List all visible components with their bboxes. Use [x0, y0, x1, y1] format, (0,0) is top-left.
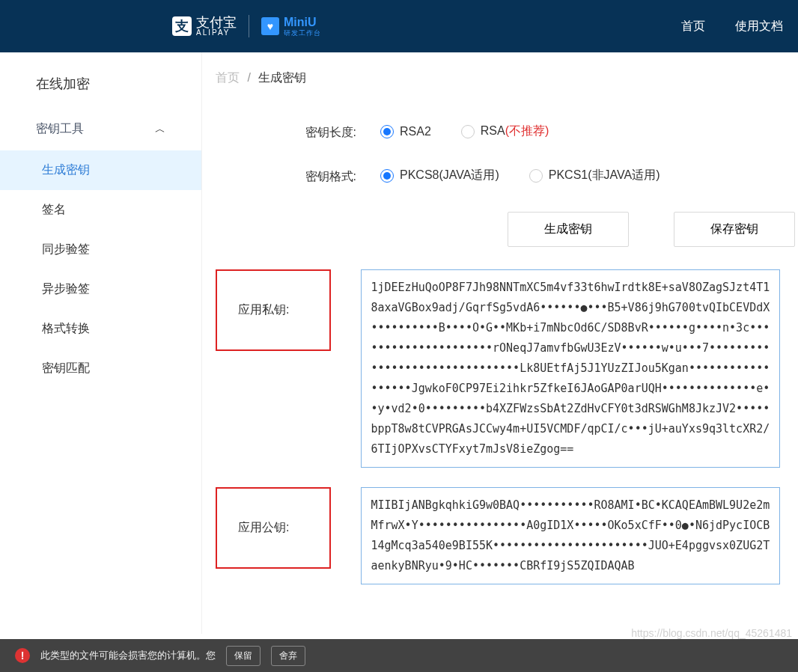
radio-rsa2-label: RSA2: [400, 125, 431, 138]
radio-icon: [461, 125, 475, 138]
breadcrumb-home[interactable]: 首页: [216, 71, 240, 84]
alipay-en: ALIPAY: [196, 29, 237, 37]
public-key-label-box: 应用公钥:: [216, 487, 331, 569]
app-header: 支 支付宝 ALIPAY ♥ MiniU 研发工作台 首页 使用文档: [0, 0, 798, 52]
watermark: https://blog.csdn.net/qq_45261481: [631, 627, 792, 634]
main-content: 首页 / 生成密钥 密钥长度: RSA2 RSA(不推荐) 密钥格式:: [202, 52, 798, 634]
radio-icon: [529, 169, 543, 183]
radio-rsa-label: RSA(不推荐): [481, 123, 549, 139]
private-key-textarea[interactable]: 1jDEEzHuQoOP8F7Jh98NNTmXC5m4vf33t6hwIrdt…: [361, 269, 780, 468]
nav-home[interactable]: 首页: [681, 19, 705, 34]
header-logos: 支 支付宝 ALIPAY ♥ MiniU 研发工作台: [172, 15, 321, 37]
radio-pkcs8-label: PKCS8(JAVA适用): [400, 168, 499, 183]
public-key-label: 应用公钥:: [238, 521, 289, 534]
radio-pkcs8[interactable]: PKCS8(JAVA适用): [380, 168, 499, 183]
radio-icon: [380, 169, 394, 183]
radio-rsa[interactable]: RSA(不推荐): [461, 123, 549, 139]
radio-pkcs1-label: PKCS1(非JAVA适用): [549, 168, 660, 183]
public-key-textarea[interactable]: MIIBIjANBgkqhkiG9w0BAQ•••••••••••RO8AMI•…: [361, 487, 780, 584]
private-key-label-box: 应用私钥:: [216, 269, 331, 351]
breadcrumb: 首页 / 生成密钥: [216, 70, 798, 86]
alipay-cn: 支付宝: [196, 16, 237, 29]
sidebar-item-key-match[interactable]: 密钥匹配: [0, 349, 201, 388]
sidebar-title: 在线加密: [0, 70, 201, 108]
sidebar-item-sign[interactable]: 签名: [0, 190, 201, 230]
row-key-length: 密钥长度: RSA2 RSA(不推荐): [216, 123, 798, 141]
row-key-format: 密钥格式: PKCS8(JAVA适用) PKCS1(非JAVA适用): [216, 168, 798, 185]
miniu-icon: ♥: [261, 17, 279, 35]
header-nav: 首页 使用文档: [681, 19, 783, 34]
miniu-sub: 研发工作台: [284, 30, 321, 37]
sidebar-item-format-convert[interactable]: 格式转换: [0, 309, 201, 349]
private-key-block: 应用私钥: 1jDEEzHuQoOP8F7Jh98NNTmXC5m4vf33t6…: [216, 269, 798, 468]
public-key-block: 应用公钥: MIIBIjANBgkqhkiG9w0BAQ•••••••••••R…: [216, 487, 798, 584]
logo-divider: [249, 15, 249, 37]
sidebar-group-keytools: 密钥工具 ︿ 生成密钥 签名 同步验签 异步验签 格式转换 密钥匹配: [0, 108, 201, 388]
label-key-format: 密钥格式:: [216, 168, 380, 185]
generate-button[interactable]: 生成密钥: [508, 212, 629, 247]
private-key-label: 应用私钥:: [238, 303, 289, 316]
sidebar-item-async-verify[interactable]: 异步验签: [0, 269, 201, 309]
sidebar-item-generate-key[interactable]: 生成密钥: [0, 150, 201, 190]
button-row: 生成密钥 保存密钥: [216, 212, 798, 247]
alipay-logo[interactable]: 支 支付宝 ALIPAY: [172, 16, 237, 37]
chevron-up-icon: ︿: [155, 123, 165, 136]
save-button[interactable]: 保存密钥: [674, 212, 795, 247]
nav-docs[interactable]: 使用文档: [735, 19, 783, 34]
radio-icon: [380, 125, 394, 138]
sidebar-group-label: 密钥工具: [36, 121, 84, 137]
miniu-logo-text: MiniU 研发工作台: [284, 16, 321, 37]
sidebar-item-sync-verify[interactable]: 同步验签: [0, 230, 201, 269]
miniu-name: MiniU: [284, 16, 321, 28]
radio-rsa2[interactable]: RSA2: [380, 125, 431, 138]
sidebar: 在线加密 密钥工具 ︿ 生成密钥 签名 同步验签 异步验签 格式转换 密钥匹配: [0, 52, 202, 634]
sidebar-group-header[interactable]: 密钥工具 ︿: [0, 108, 201, 150]
alipay-icon: 支: [172, 16, 192, 36]
radio-pkcs1[interactable]: PKCS1(非JAVA适用): [529, 168, 660, 183]
label-key-length: 密钥长度:: [216, 123, 380, 141]
breadcrumb-separator: /: [247, 71, 250, 84]
alipay-logo-text: 支付宝 ALIPAY: [196, 16, 237, 37]
miniu-logo[interactable]: ♥ MiniU 研发工作台: [261, 16, 321, 37]
breadcrumb-current: 生成密钥: [258, 71, 306, 84]
